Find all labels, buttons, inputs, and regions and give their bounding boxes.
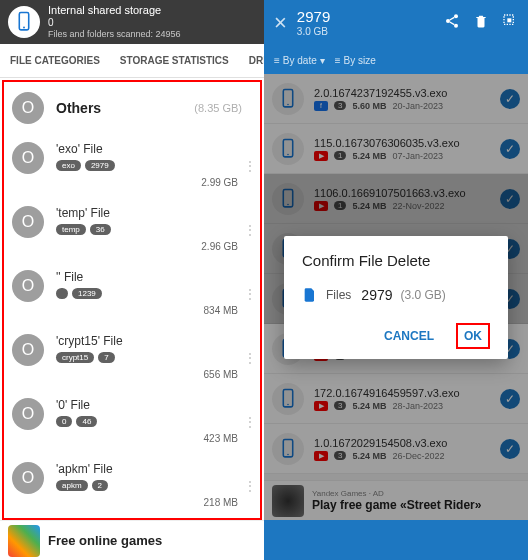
selection-count: 2979	[297, 9, 434, 26]
sort-bar: ≡ By date ▾ ≡ By size	[264, 46, 528, 74]
file-chip: 1239	[72, 288, 102, 299]
file-size: 2.99 GB	[201, 177, 238, 188]
more-icon[interactable]: ⋮	[244, 485, 256, 488]
file-title: '' File	[56, 270, 252, 284]
selection-size: 3.0 GB	[297, 26, 434, 37]
file-chip: 46	[76, 416, 97, 427]
more-icon[interactable]: ⋮	[244, 357, 256, 360]
ad-thumb-icon	[8, 525, 40, 557]
file-chip: 7	[98, 352, 114, 363]
storage-header: Internal shared storage 0 Files and fold…	[0, 0, 264, 44]
dialog-title: Confirm File Delete	[302, 252, 490, 269]
file-chip: exo	[56, 160, 81, 171]
dialog-overlay: Confirm File Delete Files 2979 (3.0 GB) …	[264, 74, 528, 520]
file-title: 'crypt15' File	[56, 334, 252, 348]
file-row[interactable]: O 'temp' File temp36 2.96 GB ⋮	[4, 198, 260, 262]
file-chip: temp	[56, 224, 86, 235]
close-icon[interactable]: ×	[274, 10, 287, 36]
file-chip: apkm	[56, 480, 88, 491]
more-icon[interactable]: ⋮	[244, 293, 256, 296]
file-row[interactable]: O '0' File 046 423 MB ⋮	[4, 390, 260, 454]
category-label: Others	[56, 100, 194, 116]
ad-banner[interactable]: Free online games	[0, 520, 264, 560]
svg-point-4	[454, 24, 458, 28]
file-size: 218 MB	[204, 497, 238, 508]
file-avatar: O	[12, 142, 44, 174]
select-all-icon[interactable]	[502, 13, 518, 33]
files-size: (3.0 GB)	[401, 288, 446, 302]
file-chip: 36	[90, 224, 111, 235]
sort-by-size[interactable]: ≡ By size	[335, 55, 376, 66]
file-avatar: O	[12, 206, 44, 238]
file-title: '0' File	[56, 398, 252, 412]
more-icon[interactable]: ⋮	[244, 229, 256, 232]
file-chip: 2979	[85, 160, 115, 171]
tab-drive[interactable]: DRIVE US	[239, 44, 264, 77]
svg-rect-6	[508, 19, 511, 22]
file-chip: 2	[92, 480, 108, 491]
left-pane: Internal shared storage 0 Files and fold…	[0, 0, 264, 560]
file-chip: 0	[56, 416, 72, 427]
file-list-area: 2.0.1674237192455.v3.exo f35.60 MB20-Jan…	[264, 74, 528, 520]
more-icon[interactable]: ⋮	[244, 165, 256, 168]
file-icon	[302, 285, 318, 305]
category-size: (8.35 GB)	[194, 102, 242, 114]
file-chip	[56, 288, 68, 299]
tab-categories[interactable]: FILE CATEGORIES	[0, 44, 110, 77]
storage-title: Internal shared storage	[48, 4, 181, 17]
file-row[interactable]: O 'exo' File exo2979 2.99 GB ⋮	[4, 134, 260, 198]
right-pane: × 2979 3.0 GB ≡ By date ▾ ≡ By size 2.0.…	[264, 0, 528, 560]
file-title: 'temp' File	[56, 206, 252, 220]
file-size: 834 MB	[204, 305, 238, 316]
file-size: 423 MB	[204, 433, 238, 444]
file-title: 'apkm' File	[56, 462, 252, 476]
tab-bar: FILE CATEGORIES STORAGE STATISTICS DRIVE…	[0, 44, 264, 78]
storage-count: 0	[48, 17, 181, 29]
cancel-button[interactable]: CANCEL	[376, 323, 442, 349]
scan-count: Files and folders scanned: 24956	[48, 29, 181, 40]
tab-stats[interactable]: STORAGE STATISTICS	[110, 44, 239, 77]
file-avatar: O	[12, 334, 44, 366]
file-avatar: O	[12, 270, 44, 302]
files-count: 2979	[361, 287, 392, 303]
file-title: 'exo' File	[56, 142, 252, 156]
svg-point-1	[23, 27, 25, 29]
file-row[interactable]: O 'apkm' File apkm2 218 MB ⋮	[4, 454, 260, 518]
selection-header: × 2979 3.0 GB	[264, 0, 528, 46]
file-size: 2.96 GB	[201, 241, 238, 252]
files-label: Files	[326, 288, 351, 302]
file-avatar: O	[12, 462, 44, 494]
category-avatar: O	[12, 92, 44, 124]
phone-icon	[8, 6, 40, 38]
file-row[interactable]: O 'crypt15' File crypt157 656 MB ⋮	[4, 326, 260, 390]
delete-icon[interactable]	[474, 13, 488, 33]
svg-point-3	[446, 19, 450, 23]
ad-text: Free online games	[48, 533, 162, 548]
file-chip: crypt15	[56, 352, 94, 363]
more-icon[interactable]: ⋮	[244, 421, 256, 424]
sort-by-date[interactable]: ≡ By date ▾	[274, 55, 325, 66]
file-size: 656 MB	[204, 369, 238, 380]
confirm-delete-dialog: Confirm File Delete Files 2979 (3.0 GB) …	[284, 236, 508, 359]
category-others[interactable]: O Others (8.35 GB)	[4, 82, 260, 134]
share-icon[interactable]	[444, 13, 460, 33]
file-avatar: O	[12, 398, 44, 430]
ok-button[interactable]: OK	[456, 323, 490, 349]
highlight-box: O Others (8.35 GB) O 'exo' File exo2979 …	[2, 80, 262, 520]
file-row[interactable]: O '' File 1239 834 MB ⋮	[4, 262, 260, 326]
svg-point-2	[454, 14, 458, 18]
